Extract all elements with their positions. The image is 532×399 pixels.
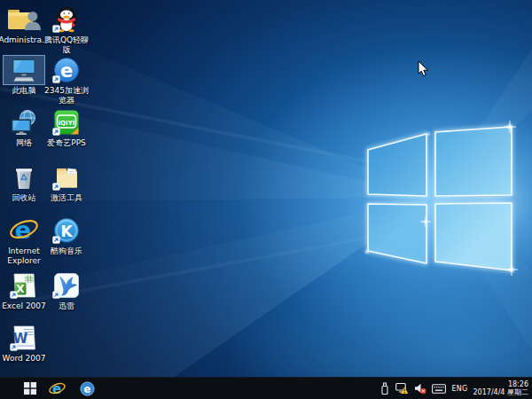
taskbar-internet-explorer-button[interactable]: e bbox=[44, 378, 69, 399]
taskbar-2345-browser-button[interactable]: e bbox=[74, 378, 99, 399]
system-tray: ENG 18:26 2017/4/4 星期二 bbox=[379, 378, 532, 399]
icon-label: 2345加速浏览器 bbox=[40, 86, 93, 105]
shortcut-arrow-icon bbox=[52, 236, 60, 244]
shortcut-arrow-icon bbox=[52, 128, 60, 136]
svg-text:iQIYI: iQIYI bbox=[59, 120, 75, 127]
svg-text:K: K bbox=[60, 223, 73, 240]
icon-label: 迅雷 bbox=[40, 301, 93, 311]
shortcut-arrow-icon bbox=[10, 291, 18, 299]
usb-device-icon[interactable] bbox=[379, 382, 390, 395]
desktop-icon-qq[interactable]: 腾讯QQ轻聊版 bbox=[43, 4, 90, 54]
internet-explorer-icon: e bbox=[9, 216, 39, 245]
user-folder-icon bbox=[5, 5, 43, 34]
clock-time: 18:26 bbox=[473, 380, 528, 388]
touch-keyboard-icon[interactable] bbox=[432, 384, 446, 394]
desktop-icon-kugou[interactable]: K 酷狗音乐 bbox=[43, 215, 90, 256]
2345-browser-icon: e bbox=[80, 381, 95, 396]
desktop-icon-xunlei[interactable]: 迅雷 bbox=[43, 270, 90, 311]
taskbar: e e bbox=[0, 377, 532, 399]
icon-label: 酷狗音乐 bbox=[40, 246, 93, 256]
shortcut-arrow-icon bbox=[10, 343, 18, 351]
desktop-icon-internet-explorer[interactable]: e InternetExplorer bbox=[0, 215, 48, 265]
shortcut-arrow-icon bbox=[52, 75, 60, 83]
hardware-warning-icon[interactable] bbox=[395, 382, 409, 395]
svg-text:e: e bbox=[60, 60, 73, 82]
desktop-icon-activation-tool[interactable]: 激活工具 bbox=[43, 162, 90, 203]
shortcut-arrow-icon bbox=[52, 291, 60, 299]
selection-highlight bbox=[3, 55, 45, 85]
recycle-bin-icon bbox=[10, 163, 38, 192]
icon-label: 爱奇艺PPS bbox=[40, 138, 93, 148]
icon-label: Word 2007 bbox=[0, 354, 51, 364]
volume-muted-icon[interactable] bbox=[414, 383, 426, 395]
icon-label: 腾讯QQ轻聊版 bbox=[40, 35, 93, 54]
internet-explorer-icon: e bbox=[49, 381, 66, 396]
start-button[interactable] bbox=[18, 378, 43, 399]
mouse-cursor bbox=[418, 60, 429, 77]
network-globe-icon bbox=[10, 108, 38, 137]
svg-text:e: e bbox=[83, 383, 90, 395]
windows-logo-icon bbox=[24, 382, 36, 395]
this-pc-monitor-icon bbox=[10, 56, 38, 84]
shortcut-arrow-icon bbox=[52, 25, 60, 33]
clock-date: 2017/4/4 星期二 bbox=[473, 388, 528, 396]
windows-desktop: Administra... 腾讯QQ轻聊版 bbox=[0, 0, 532, 399]
shortcut-arrow-icon bbox=[52, 183, 60, 191]
language-indicator[interactable]: ENG bbox=[451, 385, 467, 393]
desktop-icon-2345-browser[interactable]: e 2345加速浏览器 bbox=[43, 55, 90, 105]
taskbar-clock[interactable]: 18:26 2017/4/4 星期二 bbox=[473, 380, 528, 396]
desktop-icon-iqiyi-pps[interactable]: iQIYI 爱奇艺PPS bbox=[43, 107, 90, 148]
desktop-icon-word-2007[interactable]: W Word 2007 bbox=[0, 323, 48, 364]
icon-label: 激活工具 bbox=[40, 193, 93, 203]
